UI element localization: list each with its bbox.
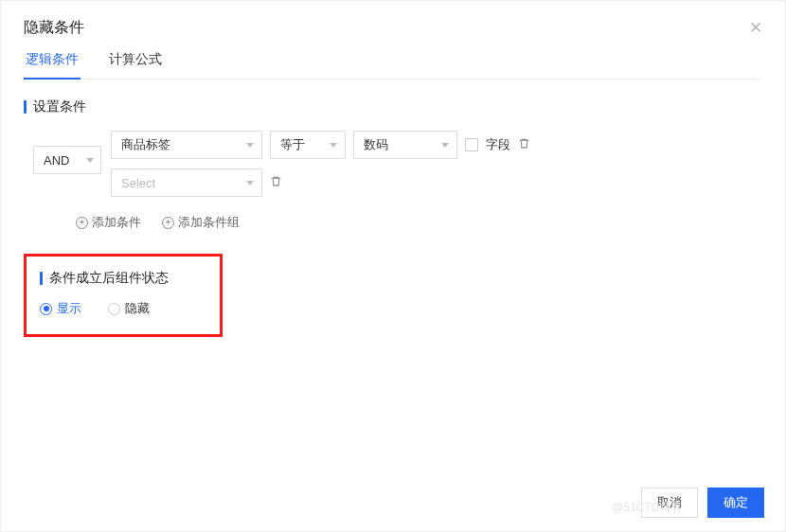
add-condition-group-label: 添加条件组	[178, 214, 240, 231]
operator-select[interactable]: 等于	[270, 131, 346, 159]
radio-dot-icon	[40, 303, 52, 315]
field-select[interactable]: Select	[111, 168, 262, 197]
conditions-area: AND 商品标签 等于	[24, 131, 762, 231]
section-title-state: 条件成立后组件状态	[40, 270, 206, 287]
add-condition-group-button[interactable]: + 添加条件组	[162, 214, 240, 231]
condition-block: AND 商品标签 等于	[33, 131, 762, 197]
chevron-down-icon	[246, 143, 254, 148]
field-checkbox[interactable]	[465, 138, 478, 151]
modal-footer: 取消 确定	[641, 488, 764, 518]
radio-show[interactable]: 显示	[40, 300, 81, 317]
radio-show-label: 显示	[57, 300, 81, 317]
set-condition-section: 设置条件 AND 商品标签 等于	[24, 98, 762, 231]
operator-select-value: 等于	[280, 136, 305, 153]
component-state-section: 条件成立后组件状态 显示 隐藏	[24, 254, 223, 337]
logic-operator-wrap: AND	[33, 131, 101, 174]
tab-formula[interactable]: 计算公式	[107, 51, 164, 79]
section-title-conditions: 设置条件	[24, 98, 762, 115]
modal-container: 隐藏条件 ✕ 逻辑条件 计算公式 设置条件 AND 商品标签	[1, 1, 785, 531]
condition-row: Select	[111, 168, 530, 197]
delete-icon[interactable]	[518, 137, 530, 152]
modal-header: 隐藏条件 ✕	[24, 18, 762, 38]
condition-row: 商品标签 等于 数码 字段	[111, 131, 530, 159]
logic-operator-label: AND	[44, 153, 69, 168]
radio-hide[interactable]: 隐藏	[108, 300, 150, 317]
plus-circle-icon: +	[162, 217, 174, 229]
add-condition-label: 添加条件	[92, 214, 141, 231]
add-condition-button[interactable]: + 添加条件	[76, 214, 141, 231]
plus-circle-icon: +	[76, 217, 88, 229]
value-select-value: 数码	[364, 136, 388, 153]
chevron-down-icon	[86, 158, 94, 163]
field-select[interactable]: 商品标签	[111, 131, 262, 159]
close-icon[interactable]: ✕	[749, 20, 762, 36]
radio-hide-label: 隐藏	[125, 300, 150, 317]
value-select[interactable]: 数码	[353, 131, 457, 159]
cancel-button[interactable]: 取消	[641, 488, 698, 518]
field-select-value: 商品标签	[121, 136, 170, 153]
condition-rows: 商品标签 等于 数码 字段	[111, 131, 530, 197]
chevron-down-icon	[441, 143, 449, 148]
tab-logic-condition[interactable]: 逻辑条件	[24, 51, 80, 80]
field-select-placeholder: Select	[121, 176, 155, 190]
chevron-down-icon	[246, 181, 254, 186]
modal-title: 隐藏条件	[24, 18, 84, 38]
tabs: 逻辑条件 计算公式	[24, 51, 762, 80]
condition-actions: + 添加条件 + 添加条件组	[33, 214, 762, 231]
field-checkbox-label: 字段	[486, 136, 510, 153]
radio-group-visibility: 显示 隐藏	[40, 300, 206, 317]
chevron-down-icon	[330, 143, 337, 148]
radio-dot-icon	[108, 303, 120, 315]
logic-operator-select[interactable]: AND	[33, 146, 101, 174]
confirm-button[interactable]: 确定	[707, 488, 764, 518]
delete-icon[interactable]	[270, 175, 282, 190]
